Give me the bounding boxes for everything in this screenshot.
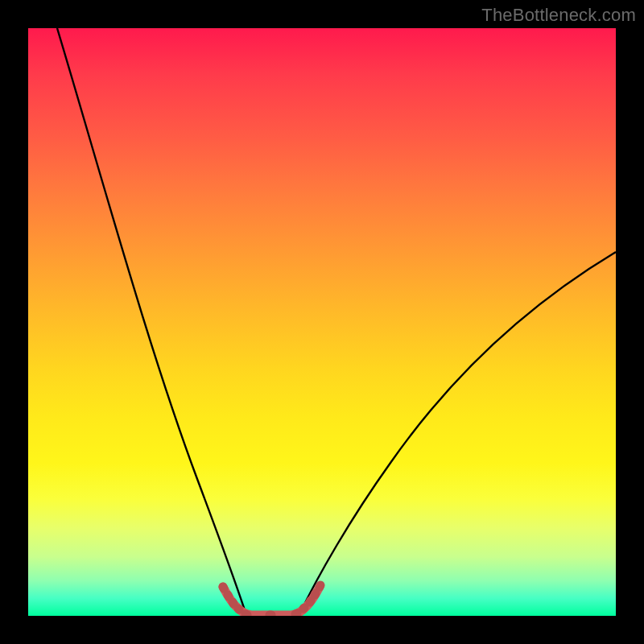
watermark-text: TheBottleneck.com — [481, 5, 636, 26]
left-curve — [57, 28, 246, 616]
chart-frame: TheBottleneck.com — [0, 0, 644, 644]
plot-area — [28, 28, 616, 616]
curve-overlay — [28, 28, 616, 616]
right-curve — [299, 252, 616, 616]
